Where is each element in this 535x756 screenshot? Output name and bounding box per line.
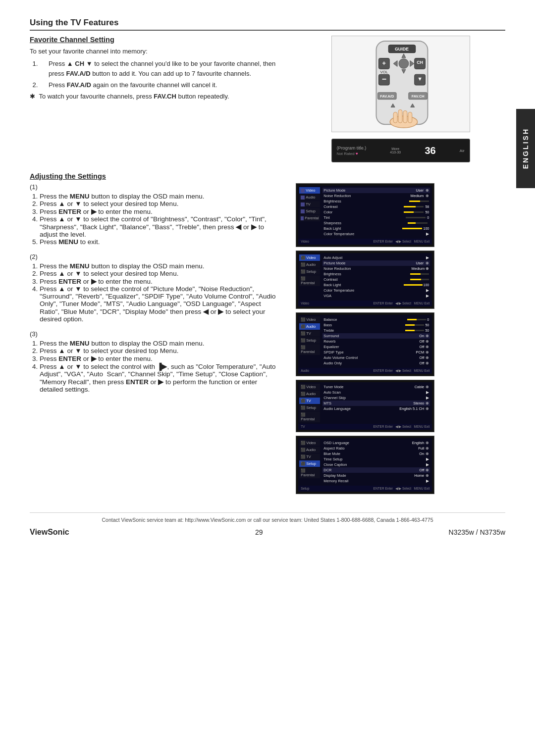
osd-row: Noise ReductionMedium ⊕ — [322, 266, 430, 271]
s3-step-4: Press ▲ or ▼ to select the control with … — [40, 362, 281, 393]
s2-step-4: Press ▲ or ▼ to select the control of "P… — [40, 285, 281, 323]
tv-menu-info: More 410-30 — [390, 147, 401, 154]
favorite-channel-intro: To set your favorite channel into memory… — [30, 47, 281, 56]
svg-text:CH: CH — [417, 60, 423, 65]
osd-footer-audio: AudioENTER Enter ◀/▶ Select MENU Exit — [298, 368, 432, 374]
osd-row: Balance0 — [322, 317, 430, 322]
osd5-setup: ⬛ Setup — [299, 460, 320, 467]
osd-row: Auto Volume ControlOff⊕ — [322, 355, 430, 360]
osd-footer-setup: SetupENTER Enter ◀/▶ Select MENU Exit — [298, 486, 432, 492]
s1-step-1: Press the MENU button to display the OSD… — [40, 193, 281, 200]
osd-row: Back Light100 — [322, 282, 430, 288]
osd-row: Back Light100 — [322, 226, 430, 231]
svg-text:VOL: VOL — [380, 70, 388, 74]
osd-row: VGA▶ — [322, 293, 430, 299]
favorite-step-2: Press FAV.A/D again on the favourite cha… — [40, 80, 281, 90]
osd-row: Aspect RatioFull⊕ — [322, 446, 430, 451]
s3-step-3: Press ENTER or ▶ to enter the menu. — [40, 354, 281, 362]
osd-row: Time Setup▶ — [322, 456, 430, 462]
osd5-tv: ⬛ TV — [299, 454, 320, 460]
section-2-num: (2) — [30, 253, 281, 260]
osd-sidebar-tv: TV — [299, 201, 320, 207]
osd3-video: ⬛ Video — [299, 316, 320, 323]
footer-bottom: ViewSonic 29 N3235w / N3735w — [30, 528, 505, 537]
osd-row: DCROff⊕ — [322, 467, 430, 473]
osd-row: Picture ModeUser⊕ — [322, 188, 430, 193]
osd-row: Tuner ModeCable⊕ — [322, 384, 430, 390]
osd-row: EqualizerOff⊕ — [322, 344, 430, 350]
osd-panel-video1: Video Audio TV Setup — [296, 183, 434, 247]
osd-sidebar-parental: Parental — [299, 215, 320, 221]
osd-row: Tint0 — [322, 215, 430, 220]
osd-panel-video2: ⬛ Video ⬛ Audio ⬛ Setup ⬛ Parental Auto … — [296, 251, 434, 309]
favorite-steps-list: Press ▲ CH ▼ to select the channel you'd… — [40, 59, 281, 90]
osd-row: Color Temperature▶ — [322, 288, 430, 293]
osd-row: Audio OnlyOff⊕ — [322, 360, 430, 366]
tv-program-title: (Program title.) Not Rated ♥ — [337, 146, 367, 156]
svg-rect-25 — [398, 109, 402, 123]
osd-row: Brightness — [322, 199, 430, 204]
settings-section: Adjusting the Settings (1) Press the MEN… — [30, 172, 505, 498]
osd-row: Auto Scan▶ — [322, 390, 430, 395]
osd-row: Contrast58 — [322, 204, 430, 209]
footer-model: N3235w / N3735w — [449, 528, 505, 536]
osd2-setup: ⬛ Setup — [299, 268, 320, 275]
osd-row: Treble50 — [322, 328, 430, 333]
settings-layout: (1) Press the MENU button to display the… — [30, 183, 505, 498]
s2-step-3: Press ENTER or ▶ to enter the menu. — [40, 277, 281, 285]
s1-step-2: Press ▲ or ▼ to select your desired top … — [40, 200, 281, 207]
osd5-video: ⬛ Video — [299, 440, 320, 446]
svg-text:GUIDE: GUIDE — [395, 47, 409, 51]
svg-rect-27 — [408, 112, 412, 123]
section-2: (2) Press the MENU button to display the… — [30, 253, 281, 323]
s1-step-4: Press ▲ or ▼ to select the control of "B… — [40, 215, 281, 238]
osd4-setup: ⬛ Setup — [299, 404, 320, 411]
osd2-parental: ⬛ Parental — [299, 275, 320, 286]
side-tab-label: ENGLISH — [522, 128, 530, 169]
osd3-tv: ⬛ TV — [299, 330, 320, 337]
osd-panel-audio: ⬛ Video ⬛ Audio ⬛ TV ⬛ Setup ⬛ Parental … — [296, 312, 434, 376]
s2-step-2: Press ▲ or ▼ to select your desired top … — [40, 270, 281, 277]
section-3-num: (3) — [30, 330, 281, 338]
osd-footer-video1: Video ENTER Enter ◀/▶ Select MENU Exit — [298, 239, 432, 245]
section-1-steps: Press the MENU button to display the OSD… — [40, 193, 281, 246]
osd-row: Close Caption▶ — [322, 462, 430, 467]
osd4-video: ⬛ Video — [299, 384, 320, 390]
page-footer: Contact ViewSonic service team at: http:… — [30, 512, 505, 537]
osd-row: Noise ReductionMedium⊕ — [322, 193, 430, 199]
s1-step-5: Press MENU to exit. — [40, 238, 281, 246]
main-layout: Favorite Channel Setting To set your fav… — [30, 36, 505, 162]
osd-row: OSD LanguageEnglish⊕ — [322, 440, 430, 446]
osd-rows-video1: Picture ModeUser⊕ Noise ReductionMedium⊕… — [321, 187, 431, 237]
favorite-channel-heading: Favorite Channel Setting — [30, 36, 281, 44]
english-tab: ENGLISH — [516, 109, 535, 188]
osd-footer-tv: TVENTER Enter ◀/▶ Select MENU Exit — [298, 424, 432, 430]
svg-text:FAV.CH: FAV.CH — [411, 94, 424, 99]
osd-rows-audio: Balance0 Bass50 Treble50 SurroundOn⊕ Rev… — [321, 316, 431, 366]
remote-illustration: GUIDE + CH — [331, 36, 470, 134]
section-2-steps: Press the MENU button to display the OSD… — [40, 262, 281, 323]
svg-text:▼: ▼ — [417, 76, 423, 82]
osd-sidebar-setup: Setup — [299, 208, 320, 214]
svg-rect-26 — [403, 110, 407, 123]
footer-brand: ViewSonic — [30, 528, 69, 537]
osd4-parental: ⬛ Parental — [299, 411, 320, 422]
favorite-step-1: Press ▲ CH ▼ to select the channel you'd… — [40, 59, 281, 79]
osd-row: Sharpness — [322, 220, 430, 226]
osd-row: Color Temperature▶ — [322, 231, 430, 237]
page-container: ENGLISH Using the TV Features Favorite C… — [0, 0, 535, 756]
svg-text:FAV.A/D: FAV.A/D — [380, 94, 394, 99]
osd-panel-tv: ⬛ Video ⬛ Audio ⬛ TV ⬛ Setup ⬛ Parental … — [296, 380, 434, 432]
osd-row: Display ModeHome⊕ — [322, 473, 430, 478]
section-3-steps: Press the MENU button to display the OSD… — [40, 340, 281, 393]
osd-row: Picture ModeUser⊕ — [322, 260, 430, 266]
svg-rect-24 — [393, 112, 397, 123]
page-title: Using the TV Features — [30, 18, 505, 31]
osd-row: Channel Skip▶ — [322, 395, 430, 401]
footer-page-num: 29 — [255, 528, 263, 536]
section-3: (3) Press the MENU button to display the… — [30, 330, 281, 393]
left-column: Favorite Channel Setting To set your fav… — [30, 36, 281, 162]
osd4-tv: ⬛ TV — [299, 398, 320, 404]
osd-rows-video2: Auto Adjust▶ Picture ModeUser⊕ Noise Red… — [321, 254, 431, 299]
footer-contact: Contact ViewSonic service team at: http:… — [30, 517, 505, 523]
